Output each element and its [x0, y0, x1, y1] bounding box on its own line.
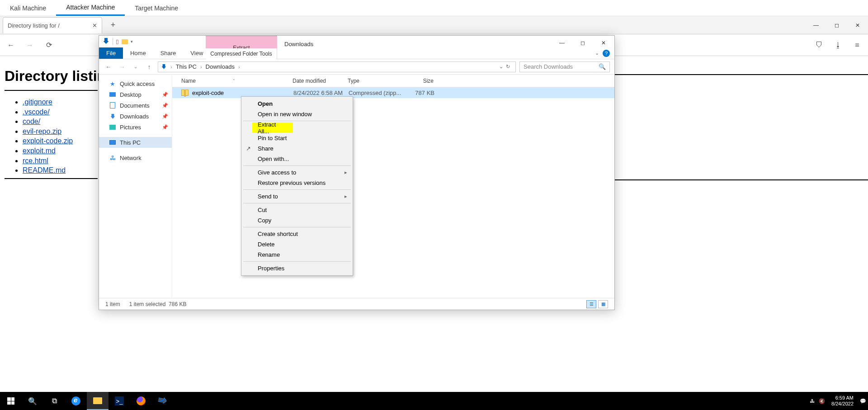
- tree-label: Desktop: [120, 91, 142, 98]
- menu-icon[interactable]: ≡: [853, 41, 862, 50]
- search-input[interactable]: Search Downloads 🔍: [519, 61, 610, 72]
- browser-close-button[interactable]: ✕: [847, 19, 868, 32]
- network-icon: 🖧: [109, 154, 116, 161]
- file-link[interactable]: exploit.md: [23, 147, 56, 155]
- tray-volume-icon[interactable]: 🔇: [817, 398, 827, 404]
- maximize-button[interactable]: ◻: [572, 36, 593, 50]
- folder-icon: [93, 397, 102, 404]
- ctx-open[interactable]: Open: [242, 99, 352, 109]
- desktop-icon: [109, 91, 116, 98]
- ribbon-collapse-icon[interactable]: ⌄: [595, 50, 599, 56]
- nav-forward-icon[interactable]: →: [117, 62, 127, 72]
- tree-documents[interactable]: Documents📌: [99, 100, 172, 111]
- ctx-open-new-window[interactable]: Open in new window: [242, 109, 352, 119]
- clock-time: 6:59 AM: [831, 395, 854, 401]
- tree-label: Pictures: [120, 124, 141, 131]
- file-link[interactable]: rce.html: [23, 157, 48, 165]
- taskbar-clock[interactable]: 6:59 AM 8/24/2022: [827, 395, 858, 406]
- ctx-copy[interactable]: Copy: [242, 215, 352, 226]
- col-name[interactable]: Name˄: [172, 78, 292, 84]
- ctx-create-shortcut[interactable]: Create shortcut: [242, 229, 352, 239]
- nav-back-icon[interactable]: ←: [104, 62, 113, 72]
- file-link[interactable]: evil-repo.zip: [23, 127, 61, 135]
- col-date[interactable]: Date modified: [292, 78, 348, 84]
- ribbon-home[interactable]: Home: [123, 47, 153, 59]
- file-link[interactable]: README.md: [23, 166, 66, 174]
- vm-tab-attacker[interactable]: Attacker Machine: [56, 0, 125, 16]
- qat-properties-icon[interactable]: ▯: [116, 38, 119, 45]
- file-link[interactable]: .gitignore: [23, 98, 52, 106]
- nav-recent-icon[interactable]: ⌄: [131, 62, 141, 72]
- ctx-pin-to-start[interactable]: Pin to Start: [242, 133, 352, 143]
- ctx-open-with[interactable]: Open with...: [242, 154, 352, 164]
- file-link[interactable]: .vscode/: [23, 108, 50, 116]
- ctx-rename[interactable]: Rename: [242, 250, 352, 260]
- taskbar-powershell[interactable]: >_: [108, 392, 130, 410]
- ctx-send-to[interactable]: Send to▸: [242, 191, 352, 202]
- vm-tab-kali[interactable]: Kali Machine: [0, 0, 56, 16]
- address-dropdown-icon[interactable]: ⌄ ↻: [496, 64, 513, 70]
- search-button[interactable]: 🔍: [22, 392, 43, 410]
- divider: [615, 179, 868, 180]
- qat-newfolder-icon[interactable]: [122, 39, 128, 44]
- file-row-exploit-code[interactable]: exploit-code 8/24/2022 6:58 AM Compresse…: [172, 87, 614, 98]
- view-icons-button[interactable]: ▦: [598, 300, 608, 308]
- tree-network[interactable]: 🖧Network: [99, 152, 172, 163]
- chevron-right-icon: ▸: [344, 193, 347, 199]
- system-tray: 🖧 🔇 6:59 AM 8/24/2022 💬: [807, 392, 868, 410]
- taskbar-ie[interactable]: [65, 392, 87, 410]
- tab-close-icon[interactable]: ✕: [92, 22, 97, 29]
- tree-this-pc[interactable]: This PC: [99, 137, 172, 148]
- ctx-delete[interactable]: Delete: [242, 239, 352, 250]
- browser-min-button[interactable]: —: [806, 19, 826, 32]
- tree-pictures[interactable]: Pictures📌: [99, 122, 172, 132]
- forward-icon[interactable]: →: [25, 41, 34, 50]
- action-center-icon[interactable]: 💬: [858, 398, 868, 404]
- contextual-tab-tools[interactable]: Compressed Folder Tools: [206, 48, 277, 59]
- window-controls: — ◻ ✕: [552, 36, 614, 50]
- start-button[interactable]: [0, 392, 22, 410]
- taskbar-vscode[interactable]: ⭆: [152, 392, 174, 410]
- context-menu: Open Open in new window Extract All... P…: [241, 96, 353, 276]
- minimize-button[interactable]: —: [552, 36, 572, 50]
- path-segment[interactable]: Downloads: [206, 63, 235, 70]
- ctx-cut[interactable]: Cut: [242, 205, 352, 215]
- file-link[interactable]: exploit-code.zip: [23, 137, 73, 145]
- ribbon-share[interactable]: Share: [153, 47, 184, 59]
- windows-icon: [7, 397, 14, 405]
- col-size[interactable]: Size: [403, 78, 438, 84]
- ctx-share[interactable]: ↗Share: [242, 143, 352, 154]
- browser-tab[interactable]: Directory listing for / ✕: [3, 17, 102, 33]
- ctx-label: Send to: [258, 193, 278, 200]
- address-bar[interactable]: 🡇 › This PC › Downloads › ⌄ ↻: [158, 61, 516, 72]
- tree-desktop[interactable]: Desktop📌: [99, 89, 172, 100]
- tree-downloads[interactable]: 🡇Downloads📌: [99, 111, 172, 122]
- browser-max-button[interactable]: ◻: [826, 19, 847, 32]
- download-icon[interactable]: ⭳: [834, 41, 843, 50]
- shield-icon[interactable]: ⛉: [815, 41, 824, 50]
- help-icon[interactable]: ?: [603, 50, 610, 57]
- ctx-restore-versions[interactable]: Restore previous versions: [242, 178, 352, 188]
- explorer-window: 🡇 ▯ ▾ — ◻ ✕ File Home Share View ⌄ ? ← →…: [99, 35, 615, 310]
- close-button[interactable]: ✕: [593, 36, 614, 50]
- nav-up-icon[interactable]: ↑: [144, 62, 154, 72]
- ribbon-file[interactable]: File: [99, 47, 123, 59]
- view-details-button[interactable]: ☰: [586, 300, 596, 308]
- col-type[interactable]: Type: [348, 78, 403, 84]
- ctx-properties[interactable]: Properties: [242, 263, 352, 273]
- taskbar-firefox[interactable]: [130, 392, 152, 410]
- file-link[interactable]: code/: [23, 118, 40, 125]
- reload-icon[interactable]: ⟳: [44, 41, 53, 50]
- qat-dropdown-icon[interactable]: ▾: [131, 39, 133, 44]
- tray-network-icon[interactable]: 🖧: [807, 398, 817, 404]
- path-segment[interactable]: This PC: [176, 63, 197, 70]
- task-view-button[interactable]: ⧉: [43, 392, 65, 410]
- new-tab-button[interactable]: +: [107, 19, 119, 32]
- ctx-extract-all[interactable]: Extract All...: [252, 123, 293, 133]
- file-list-pane: Name˄ Date modified Type Size exploit-co…: [172, 75, 614, 298]
- vm-tab-target[interactable]: Target Machine: [125, 0, 188, 16]
- back-icon[interactable]: ←: [6, 41, 15, 50]
- taskbar-explorer[interactable]: [87, 392, 108, 410]
- tree-quick-access[interactable]: ★Quick access: [99, 78, 172, 89]
- ctx-give-access[interactable]: Give access to▸: [242, 167, 352, 178]
